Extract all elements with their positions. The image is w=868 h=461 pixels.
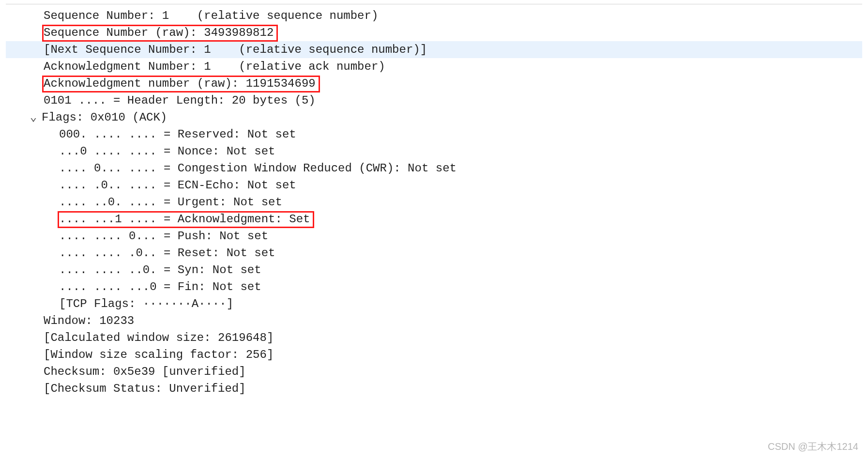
tcp-flags-summary[interactable]: [TCP Flags: ·······A····] [6,295,862,312]
flag-ack-row[interactable]: .... ...1 .... = Acknowledgment: Set [6,211,862,228]
calculated-window[interactable]: [Calculated window size: 2619648] [6,329,862,346]
flag-syn[interactable]: .... .... ..0. = Syn: Not set [6,261,862,278]
flags-header-text: Flags: 0x010 (ACK) [42,111,167,124]
next-seq[interactable]: [Next Sequence Number: 1 (relative seque… [6,41,862,58]
flag-reserved[interactable]: 000. .... .... = Reserved: Not set [6,126,862,143]
flag-urgent[interactable]: .... ..0. .... = Urgent: Not set [6,194,862,211]
window-scale[interactable]: [Window size scaling factor: 256] [6,346,862,363]
flag-cwr[interactable]: .... 0... .... = Congestion Window Reduc… [6,160,862,177]
header-length[interactable]: 0101 .... = Header Length: 20 bytes (5) [6,92,862,109]
window[interactable]: Window: 10233 [6,312,862,329]
tcp-detail-panel: Sequence Number: 1 (relative sequence nu… [6,4,862,397]
flag-reset[interactable]: .... .... .0.. = Reset: Not set [6,245,862,261]
flag-ecn[interactable]: .... .0.. .... = ECN-Echo: Not set [6,177,862,194]
seq-raw-row[interactable]: Sequence Number (raw): 3493989812 [6,24,862,41]
flag-fin[interactable]: .... .... ...0 = Fin: Not set [6,278,862,295]
seq-raw-highlight: Sequence Number (raw): 3493989812 [42,25,278,42]
ack-raw-highlight: Acknowledgment number (raw): 1191534699 [42,76,320,92]
checksum-status[interactable]: [Checksum Status: Unverified] [6,380,862,397]
flag-ack-highlight: .... ...1 .... = Acknowledgment: Set [58,211,314,228]
flags-header[interactable]: ⌄Flags: 0x010 (ACK) [6,109,862,126]
ack-relative[interactable]: Acknowledgment Number: 1 (relative ack n… [6,58,862,75]
chevron-down-icon[interactable]: ⌄ [29,109,38,126]
checksum[interactable]: Checksum: 0x5e39 [unverified] [6,363,862,380]
ack-raw-row[interactable]: Acknowledgment number (raw): 1191534699 [6,75,862,92]
watermark: CSDN @王木木1214 [768,438,858,455]
seq-relative[interactable]: Sequence Number: 1 (relative sequence nu… [6,7,862,24]
flag-nonce[interactable]: ...0 .... .... = Nonce: Not set [6,143,862,160]
flag-push[interactable]: .... .... 0... = Push: Not set [6,228,862,245]
